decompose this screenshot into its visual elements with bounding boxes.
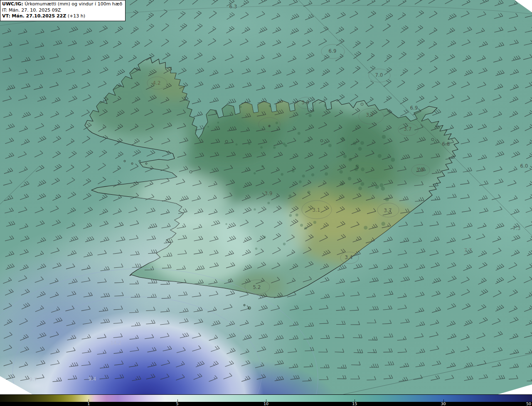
init-time: Mán. 27. 10. 2025 09Z (9, 7, 61, 13)
colorbar-tick-label: 10 (264, 401, 268, 406)
colorbar-gradient (0, 394, 532, 402)
colorbar-labels: 1510153050 (0, 402, 532, 406)
colorbar-tick-label: 50 (526, 401, 531, 406)
iceland-landmass (83, 57, 459, 309)
weather-map-page: 6.36.97.04.23.96.93.73.76.86.03.93.93.13… (0, 0, 532, 406)
colorbar-tick-label: 5 (176, 401, 179, 406)
init-label: IT: (2, 7, 7, 13)
valid-time: Mán. 27.10.2025 22Z (12, 13, 66, 19)
model-info-box: UWC/IG: Úrkomumætti (mm) og vindur í 100… (0, 0, 126, 21)
map-canvas (0, 0, 532, 394)
product-title: Úrkomumætti (mm) og vindur í 100m hæð (25, 1, 122, 7)
info-line-valid: VT: Mán. 27.10.2025 22Z (+13 h) (2, 13, 122, 20)
info-line-title: UWC/IG: Úrkomumætti (mm) og vindur í 100… (2, 1, 122, 7)
info-line-init: IT: Mán. 27. 10. 2025 09Z (2, 7, 122, 14)
colorbar-tick-label: 15 (352, 401, 357, 406)
colorbar-tick-label: 1 (87, 401, 90, 406)
valid-label: VT: (2, 13, 10, 19)
colorbar-tick-label: 30 (441, 401, 446, 406)
model-id: UWC/IG: (2, 1, 23, 7)
valid-offset: (+13 h) (68, 13, 85, 19)
colorbar: 1510153050 (0, 394, 532, 406)
